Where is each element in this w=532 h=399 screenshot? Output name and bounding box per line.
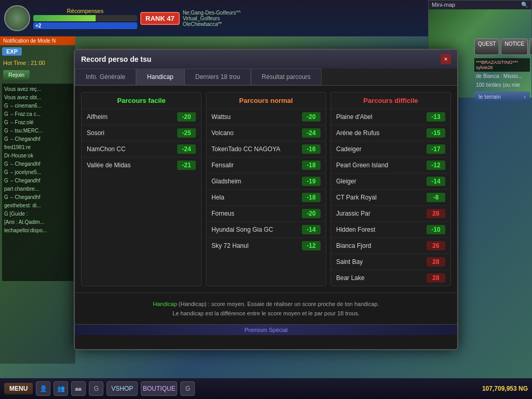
table-row: CT Park Royal -8 [331,189,450,205]
premium-bar: Premium Spécial [75,324,457,335]
modal-header: Record perso de tsu × [75,50,457,69]
footer-description2: Le handicap est la différence entre le s… [83,309,449,318]
table-row: Hidden Forest -10 [331,221,450,237]
handicap-word: Handicap [153,301,177,307]
table-row: Sosori -25 [82,125,201,141]
tab-results[interactable]: Résultat parcours [251,69,322,85]
table-row: Forneus -20 [206,205,326,221]
modal-dialog: Record perso de tsu × Info. Générale Han… [74,49,458,350]
hard-section: Parcours difficile Plaine d'Abel -13 Aré… [330,92,451,286]
modal-title: Record perso de tsu [81,55,151,63]
table-row: Gladsheim -19 [206,173,326,189]
table-row: Jurassic Par 28 [331,205,450,221]
score-badge: -24 [177,144,196,154]
score-badge: -12 [302,241,321,250]
score-badge: -12 [427,161,445,170]
score-badge: -25 [177,128,196,138]
tab-bar: Info. Générale Handicap Derniers 18 trou… [75,69,457,86]
score-badge: -18 [302,193,321,202]
score-badge: -8 [427,193,445,202]
table-row: TokenTado CC NAGOYA -16 [206,141,326,157]
table-row: Saint Bay 28 [331,254,450,270]
score-badge: 28 [427,257,445,267]
score-badge: -20 [302,209,321,218]
table-row: Alfheim -20 [82,109,201,125]
table-row: Plaine d'Abel -13 [331,109,450,125]
score-badge: -24 [302,128,321,138]
score-badge: 26 [427,241,445,250]
premium-label: Premium Spécial [244,327,287,333]
table-row: Aréne de Rufus -15 [331,125,450,141]
score-badge: -21 [177,161,196,170]
easy-section-header: Parcours facile [82,92,201,109]
score-badge: -19 [302,177,321,186]
table-row: Hyundai Song Gia GC -14 [206,221,326,237]
score-badge: -13 [427,112,445,122]
score-badge: -20 [177,112,196,122]
score-badge: -16 [302,144,321,154]
easy-section: Parcours facile Alfheim -20 Sosori -25 N… [81,92,202,286]
tab-last18[interactable]: Derniers 18 trou [184,69,251,85]
score-badge: -20 [302,112,321,122]
score-badge: -14 [427,177,445,186]
table-row: Fensalir -18 [206,157,326,173]
tab-info[interactable]: Info. Générale [75,69,136,85]
score-badge: -14 [302,225,321,234]
table-row: Vallée de Midas -21 [82,157,201,173]
score-badge: -15 [427,128,445,138]
hard-section-header: Parcours difficile [331,92,450,109]
modal-footer: Handicap (Handicap) : score moyen. Essai… [75,292,457,324]
tab-handicap[interactable]: Handicap [136,69,184,85]
courses-container: Parcours facile Alfheim -20 Sosori -25 N… [75,86,457,292]
table-row: Gleiger -14 [331,173,450,189]
score-badge: 28 [427,273,445,283]
normal-section: Parcours normal Wattsu -20 Volcano -24 T… [206,92,326,286]
table-row: Pearl Green Island -12 [331,157,450,173]
normal-section-header: Parcours normal [206,92,326,109]
score-badge: -17 [427,144,445,154]
score-badge: -18 [302,161,321,170]
close-button[interactable]: × [441,54,451,64]
table-row: Sky 72 Hanul -12 [206,237,326,254]
score-badge: 28 [427,209,445,218]
table-row: NamChon CC -24 [82,141,201,157]
table-row: Hela -18 [206,189,326,205]
table-row: Cadeiger -17 [331,141,450,157]
footer-description: (Handicap) : score moyen. Essaie de réal… [179,301,379,307]
table-row: Bear Lake 28 [331,270,450,286]
table-row: Bianca Fjord 26 [331,237,450,254]
table-row: Volcano -24 [206,125,326,141]
score-badge: -10 [427,225,445,234]
modal-overlay: Record perso de tsu × Info. Générale Han… [0,0,532,399]
table-row: Wattsu -20 [206,109,326,125]
